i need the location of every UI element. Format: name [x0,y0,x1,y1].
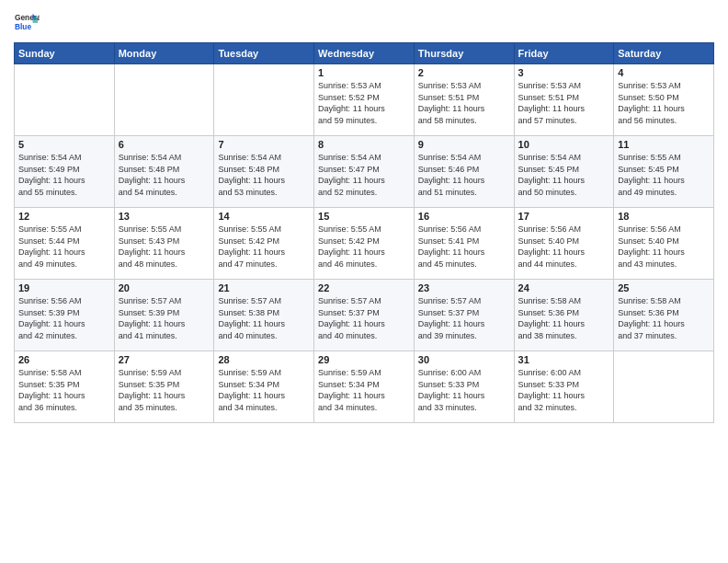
header: General Blue [14,9,714,35]
day-number: 4 [618,67,710,78]
calendar-cell: 1Sunrise: 5:53 AM Sunset: 5:52 PM Daylig… [314,64,415,136]
calendar-cell [214,64,314,136]
calendar-cell: 8Sunrise: 5:54 AM Sunset: 5:47 PM Daylig… [314,136,415,208]
day-info: Sunrise: 5:54 AM Sunset: 5:48 PM Dayligh… [119,152,210,198]
day-number: 11 [618,139,710,150]
calendar-cell: 26Sunrise: 5:58 AM Sunset: 5:35 PM Dayli… [15,351,115,423]
day-number: 8 [318,139,410,150]
calendar-cell: 31Sunrise: 6:00 AM Sunset: 5:33 PM Dayli… [514,351,614,423]
day-number: 27 [119,354,210,365]
calendar-cell: 13Sunrise: 5:55 AM Sunset: 5:43 PM Dayli… [114,208,214,280]
logo-icon: General Blue [14,9,40,35]
day-number: 26 [18,354,110,365]
calendar-cell: 12Sunrise: 5:55 AM Sunset: 5:44 PM Dayli… [15,208,115,280]
day-info: Sunrise: 5:54 AM Sunset: 5:45 PM Dayligh… [518,152,610,198]
calendar-cell: 28Sunrise: 5:59 AM Sunset: 5:34 PM Dayli… [214,351,314,423]
day-info: Sunrise: 6:00 AM Sunset: 5:33 PM Dayligh… [418,367,510,413]
calendar-cell: 30Sunrise: 6:00 AM Sunset: 5:33 PM Dayli… [414,351,514,423]
day-number: 22 [318,282,410,293]
calendar-cell [15,64,115,136]
day-info: Sunrise: 5:59 AM Sunset: 5:35 PM Dayligh… [119,367,210,413]
day-info: Sunrise: 5:53 AM Sunset: 5:51 PM Dayligh… [418,80,510,126]
calendar-cell [614,351,714,423]
calendar-cell: 11Sunrise: 5:55 AM Sunset: 5:45 PM Dayli… [614,136,714,208]
calendar-cell: 3Sunrise: 5:53 AM Sunset: 5:51 PM Daylig… [514,64,614,136]
day-number: 18 [618,211,710,222]
day-info: Sunrise: 5:57 AM Sunset: 5:38 PM Dayligh… [218,295,310,341]
weekday-header-cell: Sunday [15,43,115,64]
day-number: 29 [318,354,410,365]
calendar-cell: 7Sunrise: 5:54 AM Sunset: 5:48 PM Daylig… [214,136,314,208]
calendar-cell: 19Sunrise: 5:56 AM Sunset: 5:39 PM Dayli… [15,280,115,351]
calendar-week-row: 26Sunrise: 5:58 AM Sunset: 5:35 PM Dayli… [15,351,714,423]
day-info: Sunrise: 5:55 AM Sunset: 5:45 PM Dayligh… [618,152,710,198]
weekday-header-cell: Saturday [614,43,714,64]
day-number: 24 [518,282,610,293]
calendar-week-row: 12Sunrise: 5:55 AM Sunset: 5:44 PM Dayli… [15,208,714,280]
calendar-cell: 18Sunrise: 5:56 AM Sunset: 5:40 PM Dayli… [614,208,714,280]
day-info: Sunrise: 5:59 AM Sunset: 5:34 PM Dayligh… [218,367,310,413]
day-info: Sunrise: 5:54 AM Sunset: 5:46 PM Dayligh… [418,152,510,198]
day-info: Sunrise: 5:57 AM Sunset: 5:37 PM Dayligh… [418,295,510,341]
calendar-table: SundayMondayTuesdayWednesdayThursdayFrid… [14,42,714,423]
weekday-header-cell: Friday [514,43,614,64]
day-info: Sunrise: 5:55 AM Sunset: 5:42 PM Dayligh… [318,224,410,270]
day-number: 23 [418,282,510,293]
day-number: 13 [119,211,210,222]
calendar-cell: 6Sunrise: 5:54 AM Sunset: 5:48 PM Daylig… [114,136,214,208]
day-number: 28 [218,354,310,365]
calendar-cell: 27Sunrise: 5:59 AM Sunset: 5:35 PM Dayli… [114,351,214,423]
day-info: Sunrise: 5:59 AM Sunset: 5:34 PM Dayligh… [318,367,410,413]
day-number: 21 [218,282,310,293]
calendar-cell: 4Sunrise: 5:53 AM Sunset: 5:50 PM Daylig… [614,64,714,136]
day-number: 2 [418,67,510,78]
logo: General Blue [14,9,40,35]
calendar-cell: 29Sunrise: 5:59 AM Sunset: 5:34 PM Dayli… [314,351,415,423]
day-number: 19 [18,282,110,293]
day-info: Sunrise: 5:58 AM Sunset: 5:35 PM Dayligh… [18,367,110,413]
day-info: Sunrise: 5:56 AM Sunset: 5:39 PM Dayligh… [18,295,110,341]
day-info: Sunrise: 5:56 AM Sunset: 5:40 PM Dayligh… [518,224,610,270]
day-info: Sunrise: 5:55 AM Sunset: 5:44 PM Dayligh… [18,224,110,270]
calendar-cell: 22Sunrise: 5:57 AM Sunset: 5:37 PM Dayli… [314,280,415,351]
day-number: 25 [618,282,710,293]
day-number: 1 [318,67,410,78]
day-info: Sunrise: 5:57 AM Sunset: 5:37 PM Dayligh… [318,295,410,341]
day-info: Sunrise: 5:55 AM Sunset: 5:43 PM Dayligh… [119,224,210,270]
day-info: Sunrise: 5:53 AM Sunset: 5:51 PM Dayligh… [518,80,610,126]
weekday-header-cell: Wednesday [314,43,415,64]
day-info: Sunrise: 5:53 AM Sunset: 5:52 PM Dayligh… [318,80,410,126]
calendar-cell: 16Sunrise: 5:56 AM Sunset: 5:41 PM Dayli… [414,208,514,280]
day-info: Sunrise: 5:58 AM Sunset: 5:36 PM Dayligh… [618,295,710,341]
weekday-header-cell: Monday [114,43,214,64]
day-number: 9 [418,139,510,150]
day-number: 5 [18,139,110,150]
calendar-cell: 5Sunrise: 5:54 AM Sunset: 5:49 PM Daylig… [15,136,115,208]
day-number: 7 [218,139,310,150]
weekday-header-cell: Tuesday [214,43,314,64]
svg-marker-4 [33,17,39,23]
day-number: 16 [418,211,510,222]
day-number: 30 [418,354,510,365]
day-number: 14 [218,211,310,222]
day-info: Sunrise: 5:54 AM Sunset: 5:47 PM Dayligh… [318,152,410,198]
day-number: 17 [518,211,610,222]
calendar-cell: 15Sunrise: 5:55 AM Sunset: 5:42 PM Dayli… [314,208,415,280]
day-number: 12 [18,211,110,222]
calendar-cell: 25Sunrise: 5:58 AM Sunset: 5:36 PM Dayli… [614,280,714,351]
calendar-cell: 10Sunrise: 5:54 AM Sunset: 5:45 PM Dayli… [514,136,614,208]
day-number: 3 [518,67,610,78]
day-info: Sunrise: 5:54 AM Sunset: 5:48 PM Dayligh… [218,152,310,198]
calendar-cell: 21Sunrise: 5:57 AM Sunset: 5:38 PM Dayli… [214,280,314,351]
day-number: 10 [518,139,610,150]
calendar-cell: 2Sunrise: 5:53 AM Sunset: 5:51 PM Daylig… [414,64,514,136]
calendar-week-row: 19Sunrise: 5:56 AM Sunset: 5:39 PM Dayli… [15,280,714,351]
day-info: Sunrise: 5:56 AM Sunset: 5:40 PM Dayligh… [618,224,710,270]
weekday-header-cell: Thursday [414,43,514,64]
calendar-cell: 20Sunrise: 5:57 AM Sunset: 5:39 PM Dayli… [114,280,214,351]
calendar-cell: 14Sunrise: 5:55 AM Sunset: 5:42 PM Dayli… [214,208,314,280]
day-info: Sunrise: 5:58 AM Sunset: 5:36 PM Dayligh… [518,295,610,341]
calendar-cell [114,64,214,136]
calendar-cell: 9Sunrise: 5:54 AM Sunset: 5:46 PM Daylig… [414,136,514,208]
day-number: 6 [119,139,210,150]
